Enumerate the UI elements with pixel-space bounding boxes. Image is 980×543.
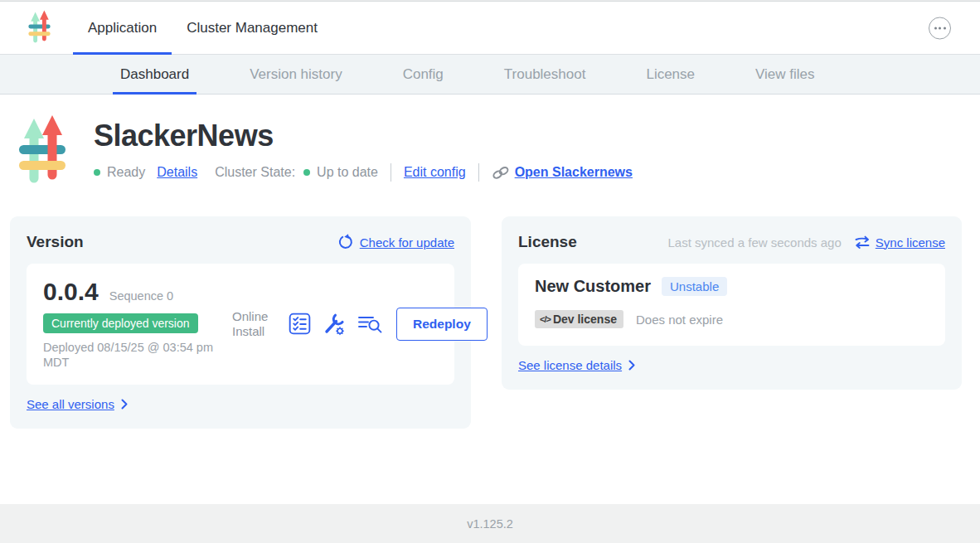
last-synced-text: Last synced a few seconds ago — [667, 235, 841, 250]
diff-search-icon[interactable] — [357, 313, 383, 334]
subtab-license[interactable]: License — [646, 55, 695, 94]
version-card: Version Check for update 0.0.4 Sequence … — [10, 216, 471, 429]
version-actions: Online Install — [232, 308, 488, 341]
chain-link-icon — [492, 166, 510, 180]
edit-config-link[interactable]: Edit config — [404, 165, 466, 180]
version-action-icons — [289, 313, 383, 336]
admin-console-page: Application Cluster Management Dashboard… — [0, 0, 980, 543]
expiry-text: Does not expire — [636, 313, 723, 327]
app-hero: SlackerNews Ready Details Cluster State:… — [0, 95, 980, 187]
cluster-state-label: Cluster State: — [215, 165, 295, 180]
deployed-timestamp: Deployed 08/15/25 @ 03:54 pm MDT — [43, 341, 216, 371]
license-card-title: License — [518, 233, 577, 251]
refresh-icon — [337, 234, 353, 250]
subtab-version-history[interactable]: Version history — [250, 55, 342, 94]
version-card-header: Version Check for update — [27, 233, 454, 251]
sequence-label: Sequence 0 — [109, 289, 173, 303]
chevron-right-icon — [121, 399, 128, 410]
license-header-actions: Last synced a few seconds ago Sync licen… — [667, 235, 945, 250]
page-title: SlackerNews — [94, 119, 633, 153]
console-version: v1.125.2 — [467, 517, 513, 531]
open-app-link[interactable]: Open Slackernews — [515, 165, 633, 180]
see-all-versions-link[interactable]: See all versions — [27, 397, 128, 411]
license-card-header: License Last synced a few seconds ago Sy… — [518, 233, 945, 251]
details-link[interactable]: Details — [157, 165, 197, 180]
dashboard-cards: Version Check for update 0.0.4 Sequence … — [0, 216, 980, 429]
header: Application Cluster Management — [0, 2, 980, 55]
chevron-right-icon — [628, 360, 635, 371]
cluster-state-value: Up to date — [317, 165, 378, 180]
deployed-badge: Currently deployed version — [43, 313, 198, 333]
customer-name: New Customer — [535, 277, 651, 296]
license-card: License Last synced a few seconds ago Sy… — [502, 216, 962, 390]
version-card-title: Version — [27, 233, 84, 251]
license-panel: New Customer Unstable </> Dev license Do… — [518, 264, 945, 346]
redeploy-button[interactable]: Redeploy — [396, 308, 488, 341]
app-status-row: Ready Details Cluster State: Up to date … — [94, 163, 633, 182]
license-type-badge: </> Dev license — [535, 310, 623, 328]
divider — [391, 163, 391, 182]
cluster-state-dot-icon — [303, 169, 310, 176]
channel-badge: Unstable — [662, 277, 727, 296]
code-icon: </> — [540, 314, 551, 324]
sync-arrows-icon — [854, 235, 871, 250]
see-license-details-link[interactable]: See license details — [518, 358, 635, 372]
wrench-gear-icon[interactable] — [323, 313, 346, 336]
subtab-troubleshoot[interactable]: Troubleshoot — [504, 55, 586, 94]
checklist-icon[interactable] — [289, 313, 311, 335]
version-info: 0.0.4 Sequence 0 Currently deployed vers… — [43, 278, 232, 371]
version-number: 0.0.4 — [43, 278, 99, 306]
current-version-panel: 0.0.4 Sequence 0 Currently deployed vers… — [27, 264, 454, 385]
app-status-text: Ready — [107, 165, 145, 180]
install-type-label: Online Install — [232, 309, 277, 339]
subtab-config[interactable]: Config — [403, 55, 444, 94]
tab-cluster-management[interactable]: Cluster Management — [172, 2, 332, 54]
hero-text: SlackerNews Ready Details Cluster State:… — [94, 115, 633, 187]
app-subnav: Dashboard Version history Config Trouble… — [0, 55, 980, 95]
app-logo-icon — [27, 10, 51, 46]
tab-application[interactable]: Application — [73, 2, 172, 54]
subtab-view-files[interactable]: View files — [755, 55, 815, 94]
sync-license-link[interactable]: Sync license — [854, 235, 945, 250]
check-for-update-link[interactable]: Check for update — [337, 234, 454, 250]
slackernews-logo-icon — [18, 115, 66, 187]
divider — [478, 163, 479, 182]
app-status-dot-icon — [94, 169, 100, 176]
subtab-dashboard[interactable]: Dashboard — [120, 55, 189, 94]
console-footer: v1.125.2 — [0, 504, 980, 543]
ellipsis-circle-icon[interactable] — [929, 17, 951, 39]
